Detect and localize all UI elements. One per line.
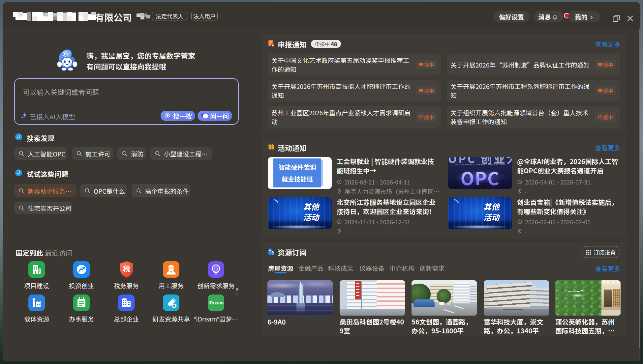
svg-text:税: 税 [123, 263, 130, 273]
svg-text:IDream: IDream [208, 299, 224, 306]
